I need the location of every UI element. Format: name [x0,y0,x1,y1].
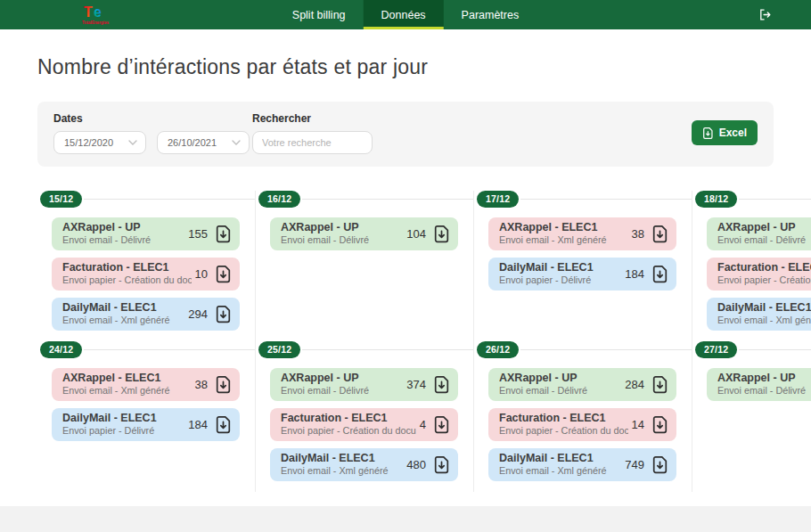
card-count: 374 [406,378,426,391]
excel-button-label: Excel [719,127,747,139]
card-count: 4 [420,418,426,431]
day-header: 17/12 [477,191,692,208]
card-subtitle: Envoi email - Délivré [717,385,811,397]
card-title: AXRappel - UP [717,372,811,385]
card-text: AXRappel - UP Envoi email - Délivré [499,372,621,397]
card-title: AXRappel - ELEC1 [499,221,628,234]
download-icon[interactable] [433,375,450,394]
card-title: Facturation - ELEC1 [62,261,192,274]
interaction-card: DailyMail - ELEC1 Envoi email - Xml géné… [488,448,676,481]
card-title: DailyMail - ELEC1 [281,452,403,465]
interaction-card: DailyMail - ELEC1 Envoi email - Xml géné… [270,448,458,481]
card-text: AXRappel - UP Envoi email - Délivré [717,221,811,246]
svg-text:TotalEnergies: TotalEnergies [82,20,109,25]
day-column-17-12: 17/12 AXRappel - ELEC1 Envoi email - Xml… [474,191,692,341]
card-text: AXRappel - UP Envoi email - Délivré [62,221,184,246]
card-count: 284 [625,378,644,391]
day-header: 25/12 [258,341,473,358]
day-divider-line [84,349,255,350]
day-cards: AXRappel - ELEC1 Envoi email - Xml génér… [37,368,255,441]
download-icon[interactable] [215,305,232,323]
card-text: DailyMail - ELEC1 Envoi papier - Délivré [62,412,184,437]
excel-export-button[interactable]: Excel [692,120,758,145]
interaction-card: AXRappel - UP Envoi email - Délivré [707,217,811,250]
day-header: 15/12 [40,191,255,208]
nav-links: Split billing Données Paramètres [274,0,537,29]
download-icon[interactable] [651,375,668,394]
card-text: DailyMail - ELEC1 Envoi email - Xml géné… [717,301,811,326]
day-cards: AXRappel - UP Envoi email - Délivré [692,368,811,401]
search-input[interactable] [252,131,373,154]
search-label: Rechercher [252,112,373,125]
nav-item-split-billing[interactable]: Split billing [274,0,364,29]
nav-item-donnees[interactable]: Données [364,0,444,29]
card-text: Facturation - ELEC1 Envoi papier - Créat… [499,412,628,437]
download-icon[interactable] [651,225,668,243]
filter-bar: Dates 15/12/2020 26/10/2021 Rechercher E… [37,102,774,167]
nav-item-parametres[interactable]: Paramètres [444,0,537,29]
card-title: Facturation - ELEC1 [717,261,811,274]
card-subtitle: Envoi papier - Création du document [499,425,628,437]
card-text: AXRappel - UP Envoi email - Délivré [717,372,811,397]
day-divider-line [84,199,255,200]
dates-filter-group: Dates 15/12/2020 26/10/2021 [53,112,250,154]
day-column-26-12: 26/12 AXRappel - UP Envoi email - Délivr… [474,341,692,492]
card-subtitle: Envoi papier - Délivré [499,274,621,286]
download-icon[interactable] [215,265,232,283]
date-to-select[interactable]: 26/10/2021 [157,131,250,154]
download-icon[interactable] [433,225,450,243]
card-text: DailyMail - ELEC1 Envoi email - Xml géné… [62,301,184,326]
day-cards: AXRappel - UP Envoi email - Délivré 104 [256,217,473,250]
day-badge: 25/12 [258,341,300,358]
date-from-value: 15/12/2020 [64,137,128,148]
totalenergies-logo: T e TotalEnergies [77,0,118,29]
card-text: Facturation - ELEC1 Envoi papier - Créat… [717,261,811,286]
card-text: Facturation - ELEC1 Envoi papier - Créat… [62,261,192,286]
card-title: Facturation - ELEC1 [499,412,628,425]
interaction-card: DailyMail - ELEC1 Envoi papier - Délivré… [52,408,240,441]
card-subtitle: Envoi papier - Création du document [717,274,811,286]
interactions-day-grid: 15/12 AXRappel - UP Envoi email - Délivr… [37,191,811,492]
download-icon[interactable] [215,415,232,434]
card-subtitle: Envoi email - Délivré [281,234,403,246]
day-grid-row-1: 15/12 AXRappel - UP Envoi email - Délivr… [37,191,811,341]
card-title: DailyMail - ELEC1 [499,261,621,274]
download-icon[interactable] [215,375,232,394]
svg-text:e: e [94,4,102,20]
card-text: AXRappel - ELEC1 Envoi email - Xml génér… [499,221,628,246]
card-title: AXRappel - UP [281,372,403,385]
card-count: 10 [195,267,208,281]
day-header: 18/12 [695,191,811,208]
card-text: DailyMail - ELEC1 Envoi email - Xml géné… [281,452,403,477]
card-title: DailyMail - ELEC1 [499,452,621,465]
card-subtitle: Envoi email - Xml généré [281,465,403,477]
download-icon[interactable] [433,415,450,434]
day-divider-line [739,199,811,200]
card-text: Facturation - ELEC1 Envoi papier - Créat… [281,412,416,437]
card-title: AXRappel - UP [62,221,184,234]
nav-right [758,0,772,29]
date-to-value: 26/10/2021 [168,137,232,148]
day-column-24-12: 24/12 AXRappel - ELEC1 Envoi email - Xml… [37,341,256,492]
day-badge: 26/12 [477,341,519,358]
download-icon[interactable] [433,455,450,474]
logout-icon[interactable] [758,8,772,21]
date-from-select[interactable]: 15/12/2020 [53,131,146,154]
footer-band [0,506,811,532]
card-title: AXRappel - UP [499,372,621,385]
interaction-card: Facturation - ELEC1 Envoi papier - Créat… [270,408,458,441]
day-header: 26/12 [477,341,692,358]
day-divider-line [302,349,473,350]
card-subtitle: Envoi email - Xml généré [499,234,628,246]
download-icon[interactable] [651,415,668,434]
download-icon[interactable] [651,265,668,283]
download-icon[interactable] [215,225,232,243]
card-title: Facturation - ELEC1 [281,412,416,425]
day-header: 16/12 [258,191,473,208]
card-subtitle: Envoi email - Xml généré [717,315,811,326]
card-subtitle: Envoi email - Xml généré [62,315,184,326]
totalenergies-logo-icon: T e TotalEnergies [77,4,118,27]
card-text: AXRappel - UP Envoi email - Délivré [281,372,403,397]
download-icon[interactable] [651,455,668,474]
interaction-card: AXRappel - UP Envoi email - Délivré 374 [270,368,458,401]
